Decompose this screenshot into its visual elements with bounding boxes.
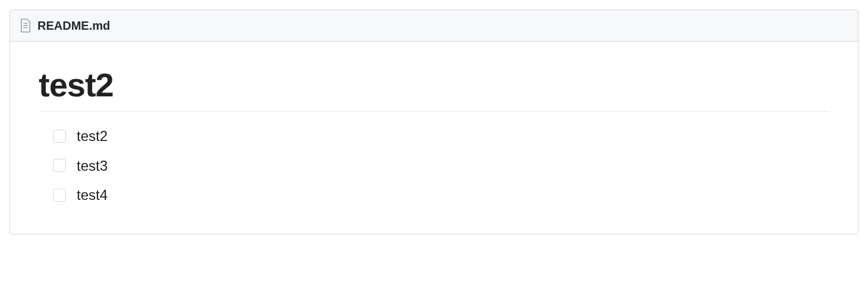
task-label: test3 <box>77 156 108 176</box>
task-checkbox[interactable] <box>53 159 66 172</box>
task-label: test2 <box>77 126 108 146</box>
task-label: test4 <box>77 185 108 205</box>
task-list: test2 test3 test4 <box>39 126 829 205</box>
task-checkbox[interactable] <box>53 130 66 143</box>
file-icon <box>20 18 32 33</box>
readme-body: test2 test2 test3 test4 <box>10 42 858 234</box>
task-checkbox[interactable] <box>53 189 66 202</box>
task-item: test3 <box>53 156 829 176</box>
readme-title: test2 <box>39 65 829 112</box>
readme-filename: README.md <box>37 19 110 33</box>
readme-header: README.md <box>10 10 858 42</box>
readme-container: README.md test2 test2 test3 test4 <box>10 10 858 234</box>
task-item: test4 <box>53 185 829 205</box>
task-item: test2 <box>53 126 829 146</box>
